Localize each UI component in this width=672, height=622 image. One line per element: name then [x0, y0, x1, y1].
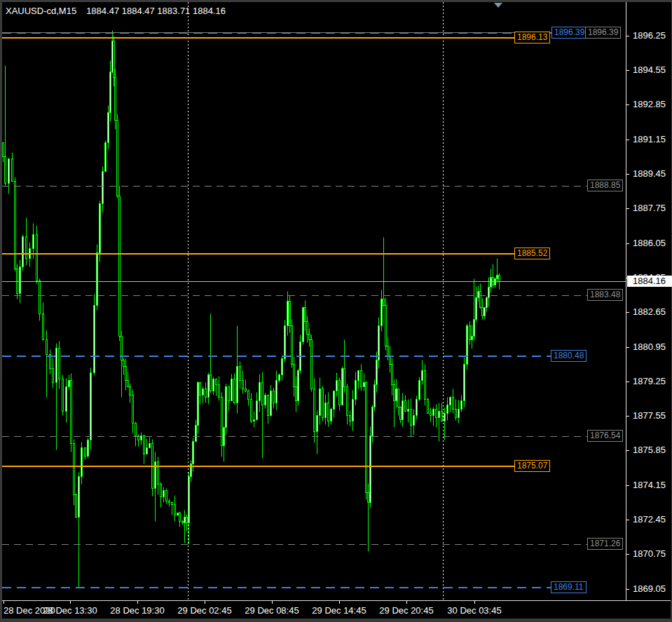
price-tick: [626, 243, 629, 244]
price-axis-label: 1896.25: [633, 31, 666, 41]
hline-1885.52[interactable]: [2, 253, 514, 255]
price-tick: [626, 589, 629, 590]
hline-label-1869.11[interactable]: 1869.11: [551, 581, 587, 593]
symbol-timeframe-label: XAUUSD-cd,M15: [6, 6, 76, 16]
time-tick: [70, 601, 71, 604]
price-axis-label: 1869.05: [633, 584, 666, 594]
price-tick: [626, 347, 629, 348]
time-axis-label: 29 Dec 14:45: [312, 605, 366, 616]
current-price-box: 1884.16: [627, 276, 672, 287]
price-tick: [626, 485, 629, 486]
hline-1896.13[interactable]: [2, 37, 514, 39]
price-axis-label: 1877.55: [633, 411, 666, 421]
time-tick: [474, 601, 475, 604]
price-axis-label: 1891.15: [633, 135, 666, 144]
price-axis-label: 1880.95: [633, 342, 666, 352]
hline-label-1885.52[interactable]: 1885.52: [514, 248, 550, 259]
time-tick: [137, 601, 138, 604]
hline-label-1875.07[interactable]: 1875.07: [514, 460, 550, 472]
hline-label-1883.48[interactable]: 1883.48: [587, 289, 623, 301]
price-axis-label: 1894.55: [633, 65, 666, 75]
hline-1876.54[interactable]: [2, 436, 587, 437]
hline-label-1888.85[interactable]: 1888.85: [587, 180, 623, 191]
price-axis-label: 1889.45: [633, 169, 666, 179]
price-axis[interactable]: 1896.251894.551892.851891.151889.451887.…: [626, 2, 671, 600]
price-axis-label: 1882.65: [633, 307, 666, 317]
time-tick: [4, 601, 4, 604]
price-tick: [626, 416, 629, 417]
hline-label-1871.26[interactable]: 1871.26: [587, 538, 623, 550]
price-tick: [626, 520, 629, 520]
time-axis-label: 29 Dec 20:45: [379, 605, 433, 616]
price-tick: [626, 174, 629, 175]
price-tick: [626, 381, 629, 382]
hline-1869.11[interactable]: [2, 587, 551, 588]
current-price-line: [2, 281, 626, 282]
price-axis-label: 1875.85: [633, 445, 666, 455]
price-tick: [626, 208, 629, 209]
price-axis-label: 1892.85: [633, 100, 666, 109]
time-tick: [339, 601, 340, 604]
price-axis-label: 1879.25: [633, 377, 666, 386]
time-axis-label: 29 Dec 08:45: [245, 605, 299, 616]
hline-1880.48[interactable]: [2, 356, 551, 357]
time-axis[interactable]: 28 Dec 202028 Dec 13:3028 Dec 19:3029 De…: [2, 600, 671, 618]
price-tick: [626, 70, 629, 71]
ohlc-values: 1884.47 1884.47 1883.71 1884.16: [86, 6, 226, 16]
time-axis-label: 29 Dec 02:45: [177, 605, 231, 616]
hline-1875.07[interactable]: [2, 466, 514, 467]
chart-plot-area[interactable]: XAUUSD-cd,M151884.47 1884.47 1883.71 188…: [2, 2, 626, 600]
autoscroll-marker-icon[interactable]: [494, 3, 502, 8]
time-axis-label: 28 Dec 19:30: [110, 605, 164, 616]
candlestick-series: [2, 2, 626, 600]
price-tick: [626, 36, 629, 36]
hline-label-1896.39[interactable]: 1896.39: [585, 27, 621, 39]
price-tick: [626, 104, 629, 105]
hline-1871.26[interactable]: [2, 544, 587, 545]
hline-label-1896.39[interactable]: 1896.39: [551, 27, 587, 39]
hline-label-1876.54[interactable]: 1876.54: [587, 430, 623, 442]
price-axis-label: 1887.75: [633, 203, 666, 213]
chart-title: XAUUSD-cd,M151884.47 1884.47 1883.71 188…: [6, 6, 235, 16]
price-tick: [626, 140, 629, 140]
time-tick: [406, 601, 407, 604]
price-axis-label: 1872.45: [633, 515, 666, 525]
hline-1888.85[interactable]: [2, 186, 587, 187]
time-tick: [205, 601, 205, 604]
chart-window: XAUUSD-cd,M151884.47 1884.47 1883.71 188…: [0, 0, 672, 622]
price-axis-label: 1886.05: [633, 238, 666, 248]
hline-1896.39[interactable]: [2, 32, 585, 33]
price-axis-label: 1870.75: [633, 549, 666, 559]
price-tick: [626, 554, 629, 555]
price-axis-label: 1874.15: [633, 480, 666, 490]
hline-1883.48[interactable]: [2, 295, 587, 296]
price-tick: [626, 312, 629, 313]
hline-label-1896.13[interactable]: 1896.13: [514, 32, 550, 43]
price-tick: [626, 450, 629, 451]
time-axis-label: 30 Dec 03:45: [447, 605, 501, 616]
hline-label-1880.48[interactable]: 1880.48: [551, 350, 587, 362]
time-axis-label: 28 Dec 13:30: [43, 605, 97, 616]
time-tick: [272, 601, 273, 604]
